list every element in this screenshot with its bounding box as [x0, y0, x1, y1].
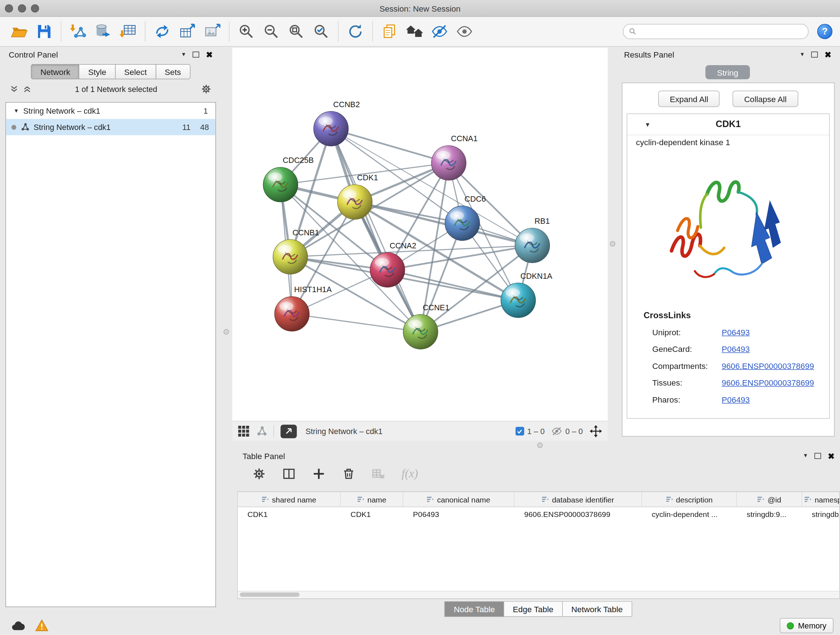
table-row[interactable]: CDK1 CDK1 P06493 9606.ENSP00000378699 cy… [238, 507, 840, 521]
float-panel-icon[interactable] [193, 51, 199, 57]
zoom-selected-button[interactable] [309, 19, 334, 44]
network-view-toolbar: String Network – cdk1 1 – 0 0 – 0 [232, 421, 608, 441]
open-in-browser-button[interactable] [281, 424, 297, 438]
network-edge[interactable] [331, 129, 449, 163]
zoom-fit-button[interactable] [284, 19, 309, 44]
reroute-network-button[interactable] [150, 19, 175, 44]
network-node-CDKN1A[interactable] [501, 283, 536, 318]
close-panel-icon[interactable]: ✖ [206, 50, 213, 59]
import-network-database-button[interactable] [91, 19, 116, 44]
network-edge[interactable] [292, 314, 421, 332]
tab-sets[interactable]: Sets [156, 64, 190, 79]
selected-checkbox-icon[interactable] [515, 427, 524, 435]
network-edge[interactable] [387, 270, 518, 301]
network-node-HIST1H1A[interactable] [275, 296, 309, 331]
collapse-section-icon[interactable]: ▼ [645, 121, 651, 127]
crosslink-link[interactable]: 9606.ENSP00000378699 [722, 361, 814, 371]
birdseye-grid-icon[interactable] [238, 425, 249, 437]
network-edge[interactable] [291, 129, 332, 257]
expand-all-icon[interactable] [23, 85, 32, 93]
cell-database-identifier: 9606.ENSP00000378699 [515, 507, 642, 521]
collapse-all-icon[interactable] [10, 85, 19, 93]
help-button[interactable]: ? [817, 24, 832, 39]
gear-icon[interactable] [201, 84, 212, 95]
tab-select[interactable]: Select [115, 64, 156, 79]
panel-menu-icon[interactable]: ▼ [181, 52, 186, 57]
import-network-file-button[interactable] [66, 19, 91, 44]
network-node-RB1[interactable] [515, 228, 550, 263]
crosslink-link[interactable]: P06493 [722, 328, 750, 337]
network-row[interactable]: String Network – cdk1 11 48 [6, 119, 216, 135]
network-canvas[interactable]: CCNB2CCNA1CDC25BCDK1CDC6RB1CCNB1CCNA2CDK… [232, 48, 608, 421]
toolbar-separator [372, 21, 373, 42]
refresh-network-button[interactable] [343, 19, 368, 44]
tab-string[interactable]: String [706, 65, 750, 79]
new-network-from-table-button[interactable] [175, 19, 200, 44]
scrollbar-thumb[interactable] [240, 593, 300, 597]
open-session-button[interactable] [6, 19, 32, 44]
column-header[interactable]: canonical name [403, 492, 515, 507]
network-collection-row[interactable]: ▼ String Network – cdk1 1 [6, 103, 216, 119]
pan-move-icon[interactable] [589, 424, 602, 438]
tab-edge-table[interactable]: Edge Table [504, 601, 562, 617]
expand-all-button[interactable]: Expand All [658, 91, 720, 107]
export-image-button[interactable] [200, 19, 225, 44]
share-network-icon[interactable] [256, 426, 267, 437]
columns-icon[interactable] [282, 467, 296, 480]
tree-expand-icon[interactable]: ▼ [14, 108, 19, 114]
network-edge[interactable] [355, 202, 532, 245]
column-header[interactable]: database identifier [515, 492, 642, 507]
vertical-splitter-handle[interactable] [610, 241, 615, 247]
column-header[interactable]: namespace [802, 492, 840, 507]
panel-menu-icon[interactable]: ▼ [799, 52, 805, 57]
column-header[interactable]: shared name [238, 492, 341, 507]
crosslink-link[interactable]: P06493 [722, 395, 750, 404]
tab-network[interactable]: Network [31, 64, 80, 79]
network-node-CDK1[interactable] [338, 185, 372, 219]
network-node-CDC6[interactable] [445, 206, 480, 241]
copy-style-button[interactable] [377, 19, 402, 44]
network-node-CDC25B[interactable] [264, 167, 298, 202]
import-table-file-button[interactable] [116, 19, 141, 44]
float-panel-icon[interactable] [812, 51, 818, 57]
float-panel-icon[interactable] [815, 453, 821, 459]
crosslink-link[interactable]: 9606.ENSP00000378699 [722, 378, 814, 387]
column-header[interactable]: description [642, 492, 737, 507]
close-panel-icon[interactable]: ✖ [824, 50, 831, 59]
column-header[interactable]: name [341, 492, 403, 507]
delete-column-icon[interactable] [342, 467, 355, 480]
close-panel-icon[interactable]: ✖ [828, 451, 835, 460]
results-panel-title: Results Panel [624, 50, 674, 59]
tab-network-table[interactable]: Network Table [562, 601, 632, 617]
network-view: CCNB2CCNA1CDC25BCDK1CDC6RB1CCNB1CCNA2CDK… [232, 48, 608, 441]
save-session-button[interactable] [32, 19, 57, 44]
table-header-row: shared name name canonical name database… [238, 492, 840, 507]
horizontal-scrollbar[interactable] [238, 591, 840, 599]
hide-selected-button[interactable] [427, 19, 452, 44]
home-networks-button[interactable] [402, 19, 427, 44]
cloud-icon[interactable] [11, 620, 25, 632]
crosslink-link[interactable]: P06493 [722, 344, 750, 354]
zoom-out-button[interactable] [259, 19, 284, 44]
show-all-button[interactable] [452, 19, 477, 44]
add-column-icon[interactable] [312, 467, 326, 480]
horizontal-splitter-handle[interactable] [537, 443, 543, 448]
tab-node-table[interactable]: Node Table [445, 601, 504, 617]
network-node-CCNB2[interactable] [314, 111, 348, 146]
vertical-splitter-handle[interactable] [224, 329, 229, 334]
collapse-all-button[interactable]: Collapse All [733, 91, 798, 107]
network-node-CCNA1[interactable] [431, 146, 466, 180]
memory-button[interactable]: Memory [780, 618, 834, 633]
zoom-in-button[interactable] [234, 19, 259, 44]
table-arrow-icon [179, 23, 196, 40]
search-input[interactable] [640, 27, 803, 36]
column-header[interactable]: @id [737, 492, 802, 507]
network-node-CCNB1[interactable] [273, 240, 308, 274]
warning-icon[interactable] [35, 619, 49, 632]
network-node-CCNA2[interactable] [370, 253, 405, 287]
network-node-CCNE1[interactable] [403, 315, 438, 349]
tab-style[interactable]: Style [79, 64, 115, 79]
network-edge[interactable] [331, 129, 421, 332]
gear-icon[interactable] [253, 467, 266, 480]
panel-menu-icon[interactable]: ▼ [803, 453, 808, 458]
